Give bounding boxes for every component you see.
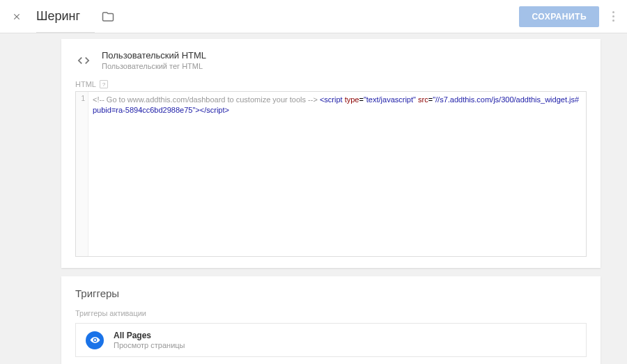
trigger-name: All Pages — [114, 331, 185, 340]
folder-icon[interactable] — [100, 8, 116, 25]
save-button[interactable]: СОХРАНИТЬ — [519, 6, 599, 27]
more-menu-icon[interactable] — [607, 11, 619, 22]
html-label: HTML — [75, 80, 96, 88]
tag-type-subtitle: Пользовательский тег HTML — [102, 62, 206, 70]
editor-gutter: 1 — [76, 92, 88, 256]
top-bar: Шеринг СОХРАНИТЬ — [0, 0, 627, 33]
trigger-subtitle: Просмотр страницы — [114, 341, 185, 349]
pageview-icon — [86, 331, 104, 349]
tag-config-panel: Пользовательский HTML Пользовательский т… — [61, 39, 601, 268]
trigger-row[interactable]: All Pages Просмотр страницы — [75, 323, 587, 357]
tag-type-title: Пользовательский HTML — [102, 50, 206, 61]
code-editor[interactable]: 1 <!-- Go to www.addthis.com/dashboard t… — [75, 91, 587, 257]
editor-content[interactable]: <!-- Go to www.addthis.com/dashboard to … — [88, 92, 586, 256]
help-icon[interactable]: ? — [100, 80, 108, 88]
activation-label: Триггеры активации — [75, 309, 587, 317]
triggers-panel: Триггеры Триггеры активации All Pages Пр… — [61, 276, 601, 364]
triggers-title: Триггеры — [75, 287, 587, 299]
page-title[interactable]: Шеринг — [36, 9, 80, 24]
close-icon[interactable] — [8, 8, 25, 25]
code-icon — [75, 52, 92, 69]
